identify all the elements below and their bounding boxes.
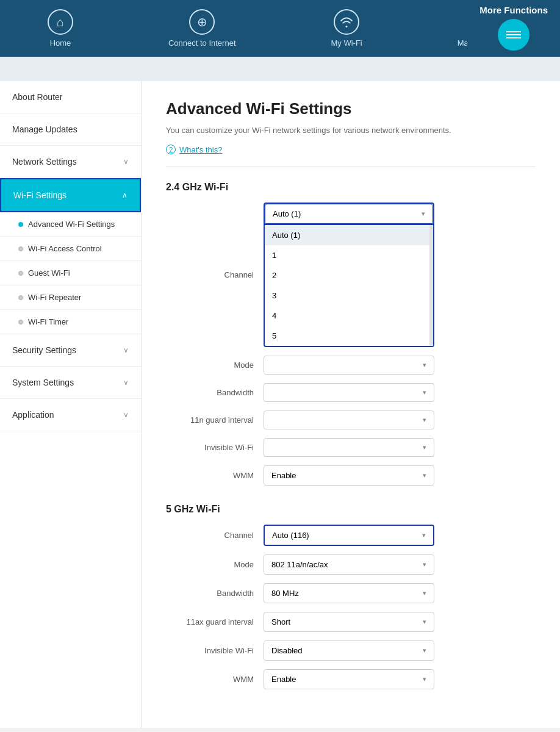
mode-dropdown-24ghz[interactable]: ▾ (264, 356, 434, 375)
globe-icon: ⊕ (189, 9, 215, 35)
guard-interval-control-24ghz: ▾ (264, 411, 434, 429)
sidebar-sub-item-repeater[interactable]: Wi-Fi Repeater (0, 285, 141, 310)
invisible-wifi-row-24ghz: Invisible Wi-Fi ▾ (166, 438, 536, 457)
section-24ghz: 2.4 GHz Wi-Fi Channel Auto (1) ▾ Auto (1… (166, 182, 536, 486)
mode-label-24ghz: Mode (166, 361, 264, 370)
wifi-icon (334, 9, 359, 35)
whats-this-link[interactable]: ? What's this? (166, 145, 536, 154)
hamburger-icon (506, 29, 521, 40)
channel-option-4[interactable]: 4 (265, 306, 433, 326)
inactive-dot-icon (18, 295, 23, 300)
wmm-row-24ghz: WMM Enable ▾ (166, 465, 536, 486)
nav-home[interactable]: ⌂ Home (35, 6, 85, 51)
sidebar-sub-item-advanced[interactable]: Advanced Wi-Fi Settings (0, 212, 141, 237)
bandwidth-control-24ghz: ▾ (264, 383, 434, 402)
dropdown-arrow-icon: ▾ (423, 389, 426, 396)
scrollbar[interactable] (429, 225, 433, 346)
wmm-control-5ghz: Enable ▾ (264, 669, 434, 689)
nav-wifi-label: My Wi-Fi (331, 38, 362, 48)
sidebar-sub-item-timer[interactable]: Wi-Fi Timer (0, 310, 141, 334)
more-functions-area: More Functions (467, 0, 560, 56)
bandwidth-dropdown-24ghz[interactable]: ▾ (264, 383, 434, 402)
wmm-label-5ghz: WMM (166, 675, 264, 684)
mode-row-24ghz: Mode ▾ (166, 356, 536, 375)
dropdown-arrow-icon: ▾ (422, 531, 426, 539)
channel-option-2[interactable]: 2 (265, 265, 433, 285)
sidebar-sub-item-access-control[interactable]: Wi-Fi Access Control (0, 237, 141, 261)
help-icon: ? (166, 145, 176, 154)
mode-control-24ghz: ▾ (264, 356, 434, 375)
dropdown-arrow-icon: ▾ (423, 361, 426, 369)
content-area: Advanced Wi-Fi Settings You can customiz… (142, 81, 560, 728)
nav-connect[interactable]: ⊕ Connect to Internet (156, 6, 248, 51)
invisible-wifi-label-24ghz: Invisible Wi-Fi (166, 443, 264, 452)
sidebar-item-wifi-settings[interactable]: Wi-Fi Settings ∧ (0, 178, 141, 212)
channel-control-24ghz: Auto (1) ▾ Auto (1) 1 2 3 4 5 (264, 203, 434, 347)
mode-row-5ghz: Mode 802 11a/n/ac/ax ▾ (166, 554, 536, 575)
mode-label-5ghz: Mode (166, 560, 264, 569)
chevron-down-icon: ∨ (123, 378, 129, 387)
invisible-wifi-dropdown-5ghz[interactable]: Disabled ▾ (264, 640, 434, 661)
invisible-wifi-dropdown-24ghz[interactable]: ▾ (264, 438, 434, 457)
channel-option-3[interactable]: 3 (265, 285, 433, 306)
dropdown-arrow-icon: ▾ (423, 472, 426, 479)
section-5ghz: 5 GHz Wi-Fi Channel Auto (116) ▾ Mode (166, 504, 536, 689)
mode-dropdown-5ghz[interactable]: 802 11a/n/ac/ax ▾ (264, 554, 434, 575)
sidebar-item-updates[interactable]: Manage Updates (0, 113, 141, 146)
bandwidth-label-5ghz: Bandwidth (166, 589, 264, 598)
channel-label-24ghz: Channel (166, 270, 264, 279)
chevron-down-icon: ∨ (123, 157, 129, 166)
mode-control-5ghz: 802 11a/n/ac/ax ▾ (264, 554, 434, 575)
channel-option-5[interactable]: 5 (265, 326, 433, 346)
wmm-row-5ghz: WMM Enable ▾ (166, 669, 536, 689)
sub-header (0, 57, 560, 81)
dropdown-arrow-icon: ▾ (423, 647, 426, 655)
dropdown-arrow-icon: ▾ (423, 561, 426, 569)
active-dot-icon (18, 222, 23, 227)
guard-interval-dropdown-5ghz[interactable]: Short ▾ (264, 612, 434, 632)
channel-dropdown-24ghz[interactable]: Auto (1) ▾ (265, 204, 433, 224)
guard-interval-dropdown-24ghz[interactable]: ▾ (264, 411, 434, 429)
inactive-dot-icon (18, 271, 23, 276)
invisible-wifi-control-5ghz: Disabled ▾ (264, 640, 434, 661)
dropdown-arrow-icon: ▾ (423, 589, 426, 597)
bandwidth-label-24ghz: Bandwidth (166, 388, 264, 397)
sidebar-item-system[interactable]: System Settings ∨ (0, 367, 141, 399)
bandwidth-row-5ghz: Bandwidth 80 MHz ▾ (166, 583, 536, 603)
dropdown-arrow-icon: ▾ (422, 210, 425, 218)
more-functions-button[interactable] (498, 19, 529, 51)
divider (166, 167, 536, 167)
more-functions-label: More Functions (479, 5, 548, 15)
channel-label-5ghz: Channel (166, 531, 264, 540)
invisible-wifi-control-24ghz: ▾ (264, 438, 434, 457)
wmm-dropdown-24ghz[interactable]: Enable ▾ (264, 465, 434, 486)
chevron-up-icon: ∧ (122, 191, 127, 199)
guard-interval-row-24ghz: 11n guard interval ▾ (166, 411, 536, 429)
invisible-wifi-row-5ghz: Invisible Wi-Fi Disabled ▾ (166, 640, 536, 661)
dropdown-arrow-icon: ▾ (423, 416, 426, 424)
guard-interval-label-5ghz: 11ax guard interval (166, 617, 264, 626)
sidebar-item-network[interactable]: Network Settings ∨ (0, 146, 141, 178)
dropdown-arrow-icon: ▾ (423, 618, 426, 626)
section-24ghz-title: 2.4 GHz Wi-Fi (166, 182, 536, 193)
nav-wifi[interactable]: My Wi-Fi (318, 6, 374, 51)
page-title: Advanced Wi-Fi Settings (166, 99, 536, 118)
bandwidth-dropdown-5ghz[interactable]: 80 MHz ▾ (264, 583, 434, 603)
channel-option-1[interactable]: 1 (265, 245, 433, 265)
sidebar-item-about[interactable]: About Router (0, 81, 141, 113)
wmm-dropdown-5ghz[interactable]: Enable ▾ (264, 669, 434, 689)
channel-row-5ghz: Channel Auto (116) ▾ (166, 525, 536, 546)
sidebar-item-security[interactable]: Security Settings ∨ (0, 334, 141, 367)
nav-connect-label: Connect to Internet (168, 38, 236, 48)
sidebar-item-application[interactable]: Application ∨ (0, 399, 141, 431)
channel-dropdown-5ghz[interactable]: Auto (116) ▾ (265, 526, 433, 545)
dropdown-arrow-icon: ▾ (423, 443, 426, 451)
bandwidth-control-5ghz: 80 MHz ▾ (264, 583, 434, 603)
guard-interval-control-5ghz: Short ▾ (264, 612, 434, 632)
channel-option-auto1[interactable]: Auto (1) (265, 225, 433, 245)
wmm-control-24ghz: Enable ▾ (264, 465, 434, 486)
sidebar-sub-item-guest[interactable]: Guest Wi-Fi (0, 261, 141, 285)
top-navigation: ⌂ Home ⊕ Connect to Internet My Wi-Fi 👤 … (0, 0, 560, 57)
page-description: You can customize your Wi-Fi network set… (166, 126, 536, 135)
guard-interval-label-24ghz: 11n guard interval (166, 415, 264, 425)
